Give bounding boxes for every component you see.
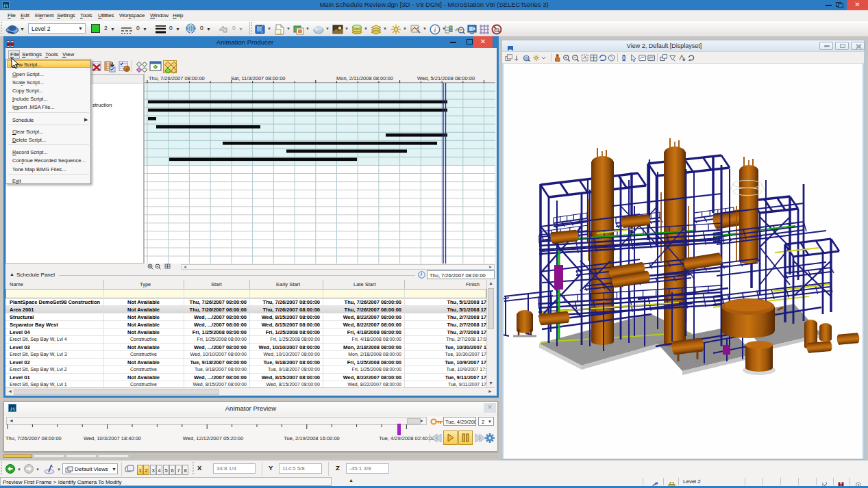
svg-text:i: i <box>434 26 436 34</box>
